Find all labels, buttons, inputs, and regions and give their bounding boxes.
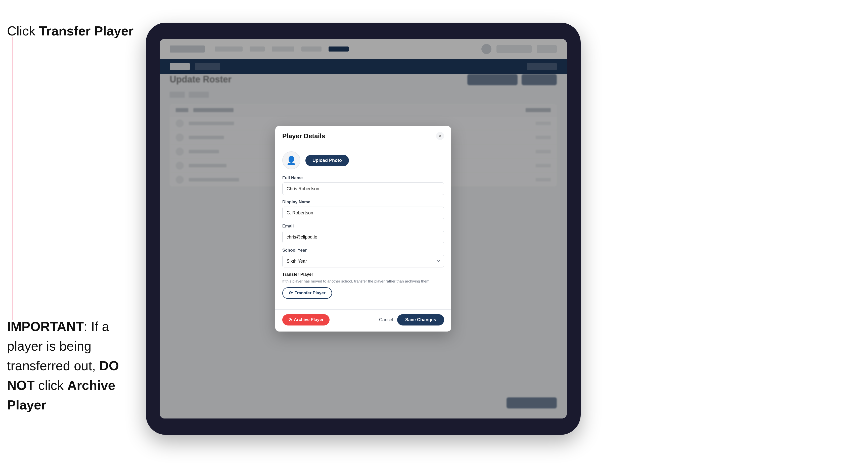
avatar-section: 👤 Upload Photo — [282, 151, 444, 169]
display-name-input[interactable] — [282, 207, 444, 219]
archive-player-button[interactable]: ⊘ Archive Player — [282, 314, 330, 325]
modal-overlay: Player Details × 👤 Upload Photo — [160, 39, 567, 418]
modal-footer: ⊘ Archive Player Cancel Save Changes — [275, 309, 451, 332]
email-group: Email — [282, 224, 444, 243]
archive-icon: ⊘ — [288, 317, 292, 322]
modal-close-button[interactable]: × — [436, 132, 444, 140]
instruction-bold: Transfer Player — [39, 24, 133, 38]
archive-button-label: Archive Player — [294, 317, 323, 322]
tablet-device: Update Roster — [146, 23, 581, 435]
instruction-top: Click Transfer Player — [7, 23, 133, 40]
save-changes-button[interactable]: Save Changes — [397, 314, 444, 325]
arrow-vertical-line — [12, 37, 13, 320]
full-name-label: Full Name — [282, 176, 444, 181]
transfer-description: If this player has moved to another scho… — [282, 279, 444, 284]
modal-body: 👤 Upload Photo Full Name Display Name — [275, 145, 451, 309]
transfer-player-section: Transfer Player If this player has moved… — [282, 272, 444, 299]
transfer-player-button[interactable]: ⟳ Transfer Player — [282, 287, 332, 299]
instruction-click: click — [35, 378, 67, 393]
school-year-select[interactable]: First Year Second Year Third Year Fourth… — [282, 255, 444, 268]
player-avatar-display: 👤 — [282, 151, 300, 169]
full-name-group: Full Name — [282, 176, 444, 195]
instruction-important: IMPORTANT — [7, 319, 84, 334]
full-name-input[interactable] — [282, 183, 444, 195]
avatar-icon: 👤 — [286, 156, 297, 165]
school-year-group: School Year First Year Second Year Third… — [282, 248, 444, 268]
email-input[interactable] — [282, 231, 444, 243]
instruction-prefix: Click — [7, 24, 39, 38]
school-year-label: School Year — [282, 248, 444, 253]
instruction-bottom: IMPORTANT: If a player is being transfer… — [7, 317, 148, 415]
email-label: Email — [282, 224, 444, 229]
player-details-modal: Player Details × 👤 Upload Photo — [275, 126, 451, 332]
close-icon: × — [439, 133, 442, 139]
display-name-label: Display Name — [282, 199, 444, 205]
display-name-group: Display Name — [282, 199, 444, 219]
cancel-button[interactable]: Cancel — [379, 317, 393, 322]
modal-title: Player Details — [282, 132, 325, 140]
transfer-title: Transfer Player — [282, 272, 444, 277]
tablet-screen: Update Roster — [160, 39, 567, 418]
upload-photo-button[interactable]: Upload Photo — [305, 155, 349, 166]
transfer-icon: ⟳ — [289, 290, 292, 296]
transfer-button-label: Transfer Player — [294, 290, 326, 295]
modal-header: Player Details × — [275, 126, 451, 145]
